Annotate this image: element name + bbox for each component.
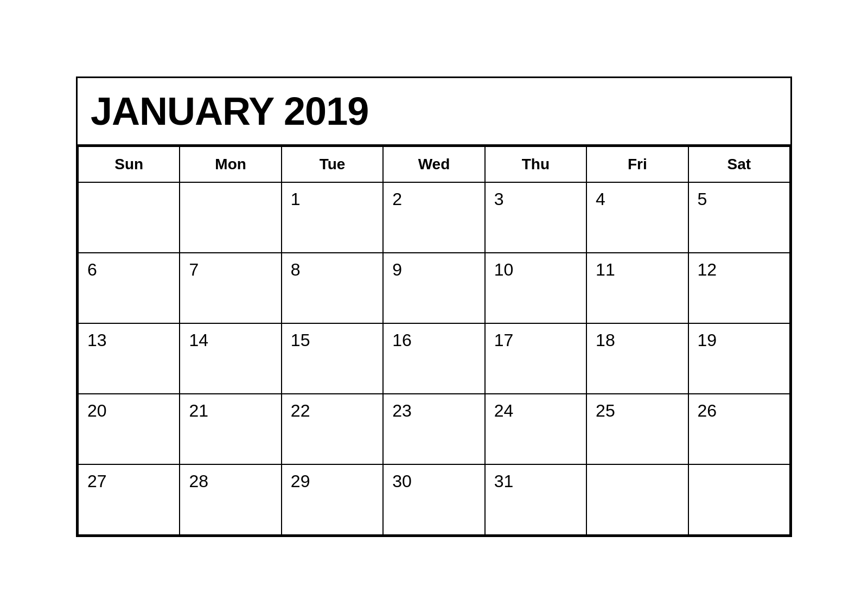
calendar-container: JANUARY 2019 SunMonTueWedThuFriSat 12345… — [76, 76, 792, 537]
day-number: 22 — [291, 401, 310, 420]
day-cell-24: 24 — [485, 394, 586, 464]
day-number: 5 — [698, 189, 707, 209]
day-number: 14 — [189, 330, 208, 350]
day-number: 7 — [189, 260, 199, 279]
day-number: 12 — [698, 260, 717, 279]
day-cell-7: 7 — [180, 253, 281, 323]
day-cell-27: 27 — [78, 464, 180, 535]
day-number: 16 — [392, 330, 412, 350]
day-number: 31 — [494, 471, 514, 491]
day-header-sat: Sat — [688, 146, 790, 182]
day-number: 3 — [494, 189, 504, 209]
day-number: 17 — [494, 330, 514, 350]
day-cell-18: 18 — [586, 323, 688, 394]
day-number: 10 — [494, 260, 514, 279]
day-cell-28: 28 — [180, 464, 281, 535]
day-cell-13: 13 — [78, 323, 180, 394]
day-header-tue: Tue — [282, 146, 383, 182]
day-cell-16: 16 — [383, 323, 484, 394]
day-header-wed: Wed — [383, 146, 484, 182]
empty-cell — [586, 464, 688, 535]
day-number: 21 — [189, 401, 208, 420]
day-number: 29 — [291, 471, 310, 491]
empty-cell — [688, 464, 790, 535]
day-number: 20 — [87, 401, 107, 420]
day-cell-30: 30 — [383, 464, 484, 535]
day-number: 26 — [698, 401, 717, 420]
day-cell-14: 14 — [180, 323, 281, 394]
day-number: 2 — [392, 189, 402, 209]
day-cell-21: 21 — [180, 394, 281, 464]
day-number: 19 — [698, 330, 717, 350]
day-number: 4 — [596, 189, 605, 209]
day-number: 27 — [87, 471, 107, 491]
week-row-3: 20212223242526 — [78, 394, 790, 464]
day-cell-26: 26 — [688, 394, 790, 464]
day-cell-19: 19 — [688, 323, 790, 394]
day-cell-31: 31 — [485, 464, 586, 535]
day-cell-25: 25 — [586, 394, 688, 464]
day-cell-8: 8 — [282, 253, 383, 323]
day-number: 9 — [392, 260, 402, 279]
day-number: 18 — [596, 330, 615, 350]
day-cell-2: 2 — [383, 182, 484, 253]
day-cell-12: 12 — [688, 253, 790, 323]
day-number: 15 — [291, 330, 310, 350]
day-cell-6: 6 — [78, 253, 180, 323]
day-cell-3: 3 — [485, 182, 586, 253]
day-number: 28 — [189, 471, 208, 491]
day-cell-11: 11 — [586, 253, 688, 323]
calendar-grid: SunMonTueWedThuFriSat 123456789101112131… — [78, 146, 790, 535]
day-cell-17: 17 — [485, 323, 586, 394]
week-row-1: 6789101112 — [78, 253, 790, 323]
day-cell-1: 1 — [282, 182, 383, 253]
day-number: 1 — [291, 189, 301, 209]
day-cell-29: 29 — [282, 464, 383, 535]
day-number: 13 — [87, 330, 107, 350]
day-number: 6 — [87, 260, 97, 279]
empty-cell — [78, 182, 180, 253]
day-header-sun: Sun — [78, 146, 180, 182]
day-cell-4: 4 — [586, 182, 688, 253]
day-number: 11 — [596, 260, 615, 279]
empty-cell — [180, 182, 281, 253]
day-cell-15: 15 — [282, 323, 383, 394]
week-row-4: 2728293031 — [78, 464, 790, 535]
day-cell-5: 5 — [688, 182, 790, 253]
day-number: 24 — [494, 401, 514, 420]
week-row-0: 12345 — [78, 182, 790, 253]
day-cell-20: 20 — [78, 394, 180, 464]
calendar-title: JANUARY 2019 — [78, 78, 790, 146]
day-header-thu: Thu — [485, 146, 586, 182]
day-header-mon: Mon — [180, 146, 281, 182]
day-cell-10: 10 — [485, 253, 586, 323]
day-number: 23 — [392, 401, 412, 420]
day-cell-22: 22 — [282, 394, 383, 464]
day-number: 30 — [392, 471, 412, 491]
header-row: SunMonTueWedThuFriSat — [78, 146, 790, 182]
week-row-2: 13141516171819 — [78, 323, 790, 394]
day-number: 8 — [291, 260, 301, 279]
day-cell-23: 23 — [383, 394, 484, 464]
day-header-fri: Fri — [586, 146, 688, 182]
day-cell-9: 9 — [383, 253, 484, 323]
day-number: 25 — [596, 401, 615, 420]
